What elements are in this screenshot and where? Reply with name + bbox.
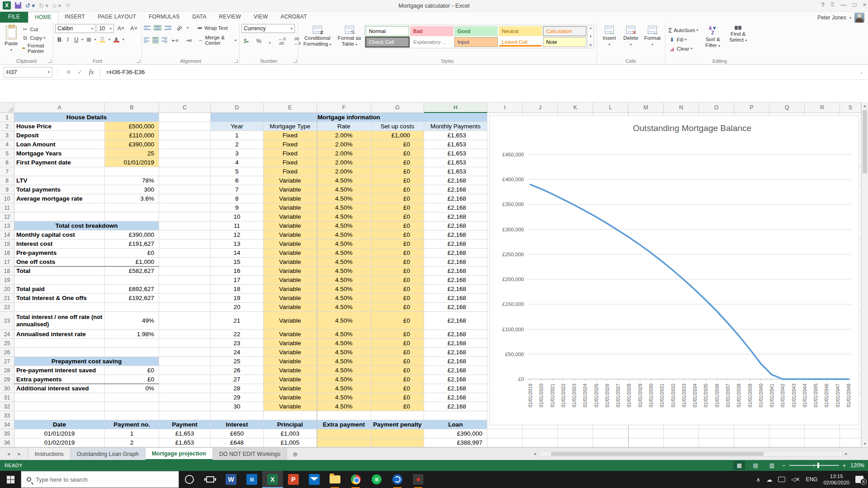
- cell-F9[interactable]: 4.50%: [317, 185, 371, 194]
- cell-B7[interactable]: [105, 167, 159, 176]
- cell-A35[interactable]: 01/01/2019: [14, 429, 105, 438]
- cell-A12[interactable]: [14, 212, 105, 221]
- autosum-button[interactable]: ΣAutoSum ▾: [667, 26, 699, 34]
- cut-button[interactable]: ✂Cut: [20, 25, 51, 33]
- row-header-11[interactable]: 11: [0, 203, 14, 212]
- cell-M35[interactable]: [628, 429, 664, 438]
- cell-G12[interactable]: £0: [371, 212, 424, 221]
- cell-Q35[interactable]: [769, 429, 805, 438]
- cell-A8[interactable]: LTV: [14, 176, 105, 185]
- taskbar-word-icon[interactable]: W: [221, 471, 241, 488]
- format-as-table-button[interactable]: ✎ Format asTable ▾: [335, 24, 364, 49]
- cell-style-neutral[interactable]: Neutral: [499, 26, 542, 36]
- increase-indent-icon[interactable]: ⇥≡: [184, 38, 194, 43]
- cell-A16[interactable]: Pre-payments: [14, 249, 105, 258]
- cell-C12[interactable]: [159, 212, 211, 221]
- cell-R35[interactable]: [805, 429, 840, 438]
- cell-H30[interactable]: £2,168: [424, 384, 487, 393]
- cell-C2[interactable]: [159, 122, 211, 131]
- cell-A18[interactable]: Total: [14, 267, 105, 276]
- delete-cells-button[interactable]: ✕ Delete▾: [620, 24, 642, 49]
- cell-G26[interactable]: £0: [371, 348, 424, 357]
- cell-A21[interactable]: Total Interest & One offs: [14, 294, 105, 303]
- row-header-35[interactable]: 35: [0, 429, 14, 438]
- vertical-scroll-thumb[interactable]: [863, 110, 867, 174]
- cell-C27[interactable]: [159, 357, 211, 366]
- cell-D1[interactable]: Mortgage information: [211, 113, 487, 122]
- cell-B28[interactable]: £0: [105, 366, 159, 375]
- fill-button[interactable]: ⬇Fill ▾: [667, 36, 699, 43]
- cell-G9[interactable]: £0: [371, 185, 424, 194]
- cell-A27[interactable]: Prepayment cost saving: [14, 357, 159, 366]
- column-header-F[interactable]: F: [317, 102, 371, 113]
- cell-A25[interactable]: [14, 339, 105, 348]
- minimize-button[interactable]: —: [841, 1, 847, 8]
- cell-B24[interactable]: 1.98%: [105, 330, 159, 339]
- new-sheet-button[interactable]: ⊕: [287, 448, 303, 460]
- cell-E30[interactable]: Variable: [264, 384, 317, 393]
- cell-E5[interactable]: Fixed: [264, 149, 317, 158]
- cell-F4[interactable]: 2.00%: [317, 140, 371, 149]
- taskbar-chrome-icon[interactable]: [345, 471, 366, 488]
- cell-G25[interactable]: £0: [371, 339, 424, 348]
- cell-C32[interactable]: [159, 402, 211, 411]
- cell-H15[interactable]: £2,168: [424, 239, 487, 249]
- row-header-16[interactable]: 16: [0, 249, 14, 258]
- cell-D28[interactable]: 26: [211, 366, 264, 375]
- cell-F19[interactable]: 4.50%: [317, 276, 371, 285]
- cell-F15[interactable]: 4.50%: [317, 239, 371, 249]
- cell-F23[interactable]: 4.50%: [317, 312, 371, 330]
- cell-F33[interactable]: [317, 411, 371, 420]
- row-header-12[interactable]: 12: [0, 212, 14, 221]
- cell-G21[interactable]: £0: [371, 294, 424, 303]
- cell-P35[interactable]: [734, 429, 769, 438]
- row-header-13[interactable]: 13: [0, 221, 14, 230]
- cell-G7[interactable]: £0: [371, 167, 424, 176]
- tablet-mode-icon[interactable]: [778, 477, 785, 482]
- cancel-formula-icon[interactable]: ✕: [66, 69, 71, 75]
- cell-F24[interactable]: 4.50%: [317, 330, 371, 339]
- cell-A31[interactable]: [14, 393, 105, 402]
- cell-C13[interactable]: [159, 221, 211, 230]
- cell-A5[interactable]: Mortgage Years: [14, 149, 105, 158]
- page-layout-view-icon[interactable]: ▤: [750, 461, 761, 470]
- row-header-5[interactable]: 5: [0, 149, 14, 158]
- cell-C4[interactable]: [159, 140, 211, 149]
- cell-E2[interactable]: Mortgage Type: [264, 122, 317, 131]
- taskbar-powerpoint-icon[interactable]: P: [283, 471, 304, 488]
- font-family-select[interactable]: Calibri▾: [55, 24, 95, 33]
- format-cells-button[interactable]: ↔ Format▾: [642, 24, 663, 49]
- cell-A34[interactable]: Date: [14, 420, 105, 429]
- cell-H34[interactable]: Loan: [424, 420, 487, 429]
- clear-button[interactable]: ◢Clear ▾: [667, 45, 699, 52]
- cell-B2[interactable]: £500,000: [105, 122, 159, 131]
- row-header-10[interactable]: 10: [0, 194, 14, 203]
- cell-F26[interactable]: 4.50%: [317, 348, 371, 357]
- cell-O35[interactable]: [699, 429, 734, 438]
- cell-B20[interactable]: £692,627: [105, 285, 159, 294]
- cell-J36[interactable]: [523, 438, 558, 447]
- cell-C24[interactable]: [159, 330, 211, 339]
- cell-D9[interactable]: 7: [211, 185, 264, 194]
- row-header-19[interactable]: 19: [0, 276, 14, 285]
- cell-E6[interactable]: Fixed: [264, 158, 317, 167]
- row-header-4[interactable]: 4: [0, 140, 14, 149]
- copy-button[interactable]: ⧉Copy ▾: [20, 34, 51, 42]
- cell-D33[interactable]: [211, 411, 264, 420]
- cell-style-check-cell[interactable]: Check Cell: [366, 37, 409, 47]
- cell-K36[interactable]: [558, 438, 593, 447]
- ribbon-tab-acrobat[interactable]: ACROBAT: [274, 12, 313, 23]
- taskbar-task-view-icon[interactable]: [200, 471, 221, 488]
- cell-N36[interactable]: [664, 438, 699, 447]
- cell-E17[interactable]: Variable: [264, 258, 317, 267]
- cell-H28[interactable]: £2,168: [424, 366, 487, 375]
- cell-G30[interactable]: £0: [371, 384, 424, 393]
- cell-C10[interactable]: [159, 194, 211, 203]
- cell-H33[interactable]: [424, 411, 487, 420]
- cell-E15[interactable]: Variable: [264, 239, 317, 249]
- cell-L36[interactable]: [593, 438, 628, 447]
- merge-center-button[interactable]: ⇔Merge & Center ▾: [197, 34, 237, 46]
- cell-A28[interactable]: Pre-payment interest saved: [14, 366, 105, 375]
- row-header-22[interactable]: 22: [0, 303, 14, 312]
- alignment-dialog-launcher-icon[interactable]: [234, 59, 238, 63]
